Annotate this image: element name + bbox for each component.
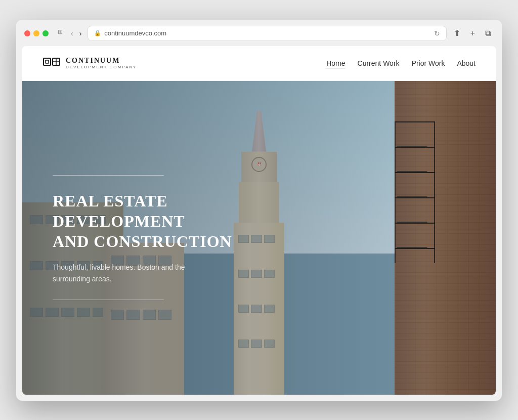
hero-divider-top	[53, 175, 164, 176]
nav-home[interactable]: Home	[326, 59, 345, 67]
nav-current-work[interactable]: Current Work	[358, 59, 400, 67]
address-bar[interactable]: 🔒 continuumdevco.com ↻	[88, 26, 446, 41]
close-button[interactable]	[24, 30, 30, 36]
url-text: continuumdevco.com	[104, 29, 166, 37]
hero-title-line2: DEVELOPMENT	[53, 212, 185, 230]
browser-content: CONTINUUM DEVELOPMENT COMPANY Home Curre…	[22, 46, 496, 395]
toolbar-actions: ⬆ + ⧉	[451, 27, 494, 39]
back-button[interactable]: ‹	[69, 28, 75, 38]
logo-text: CONTINUUM DEVELOPMENT COMPANY	[66, 57, 137, 69]
hero-section: ⏰	[22, 81, 496, 395]
svg-rect-0	[44, 58, 51, 65]
logo-area: CONTINUUM DEVELOPMENT COMPANY	[42, 54, 137, 72]
grid-icon[interactable]: ⊞	[57, 28, 64, 35]
fullscreen-button[interactable]	[42, 30, 49, 36]
nav-about[interactable]: About	[457, 59, 476, 67]
logo-subtitle: DEVELOPMENT COMPANY	[66, 65, 137, 69]
new-tab-button[interactable]: +	[467, 28, 478, 39]
website: CONTINUUM DEVELOPMENT COMPANY Home Curre…	[22, 46, 496, 395]
browser-controls: ⊞ ‹ ›	[57, 28, 83, 38]
hero-divider-bottom	[53, 300, 164, 300]
hero-background: ⏰	[22, 81, 496, 395]
share-button[interactable]: ⬆	[451, 27, 463, 39]
back-forward-nav: ‹ ›	[69, 28, 83, 38]
site-navigation: Home Current Work Prior Work About	[326, 59, 476, 67]
forward-button[interactable]: ›	[77, 28, 84, 38]
browser-chrome: ⊞ ‹ › 🔒 continuumdevco.com ↻ ⬆ + ⧉	[16, 20, 502, 41]
minimize-button[interactable]	[33, 30, 39, 36]
reload-button[interactable]: ↻	[434, 29, 440, 37]
browser-window: ⊞ ‹ › 🔒 continuumdevco.com ↻ ⬆ + ⧉	[16, 20, 502, 401]
site-header: CONTINUUM DEVELOPMENT COMPANY Home Curre…	[22, 46, 496, 81]
traffic-lights	[24, 30, 49, 36]
duplicate-button[interactable]: ⧉	[482, 28, 494, 39]
nav-prior-work[interactable]: Prior Work	[412, 59, 445, 67]
logo-icon	[42, 54, 61, 72]
svg-rect-1	[46, 60, 49, 63]
hero-content: REAL ESTATE DEVELOPMENT AND CONSTRUCTION…	[22, 81, 283, 395]
hero-title-line1: REAL ESTATE	[53, 192, 168, 210]
browser-titlebar: ⊞ ‹ › 🔒 continuumdevco.com ↻ ⬆ + ⧉	[24, 26, 494, 41]
hero-title: REAL ESTATE DEVELOPMENT AND CONSTRUCTION	[53, 191, 257, 251]
lock-icon: 🔒	[94, 30, 101, 36]
logo-name: CONTINUUM	[66, 57, 137, 65]
hero-subtitle: Thoughtful, livable homes. Boston and th…	[53, 262, 214, 284]
hero-title-line3: AND CONSTRUCTION	[53, 232, 232, 250]
